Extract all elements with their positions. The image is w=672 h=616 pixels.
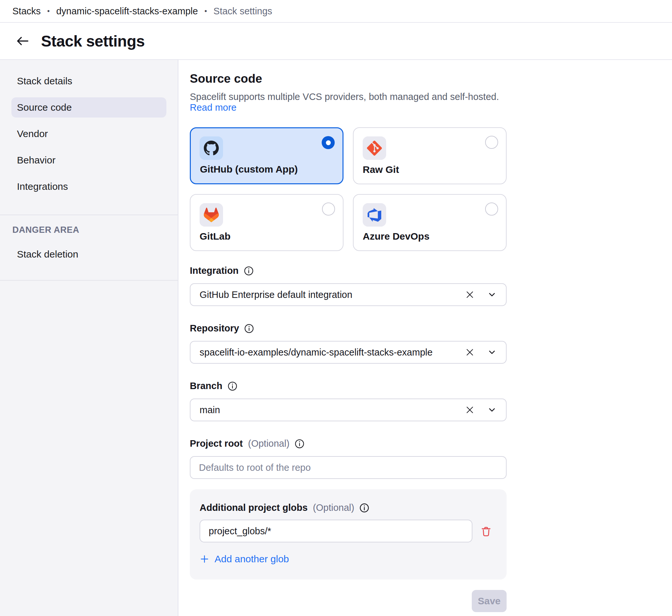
vcs-provider-cards: GitHub (custom App) Raw Git xyxy=(190,127,507,251)
sidebar-item-vendor[interactable]: Vendor xyxy=(0,124,178,144)
section-description: Spacelift supports multiple VCS provider… xyxy=(190,91,507,113)
github-icon-tile xyxy=(200,136,223,160)
project-root-field: Project root (Optional) xyxy=(190,438,507,479)
branch-field: Branch main xyxy=(190,381,507,421)
git-icon xyxy=(367,141,382,156)
integration-label: Integration xyxy=(190,265,239,276)
integration-select[interactable]: GitHub Enterprise default integration xyxy=(190,283,507,306)
clear-icon[interactable] xyxy=(465,347,475,357)
git-icon-tile xyxy=(363,136,386,160)
glob-input[interactable] xyxy=(200,520,472,542)
back-arrow-icon[interactable] xyxy=(15,34,30,49)
save-button[interactable]: Save xyxy=(472,590,507,612)
stack-settings-page: Stacks • dynamic-spacelift-stacks-exampl… xyxy=(0,0,672,616)
sidebar-item-stack-deletion[interactable]: Stack deletion xyxy=(0,244,178,264)
additional-globs-panel: Additional project globs (Optional) Add … xyxy=(190,489,507,580)
settings-sidebar: Stack details Source code Vendor Behavio… xyxy=(0,60,178,616)
sidebar-item-source-code[interactable]: Source code xyxy=(11,97,166,118)
page-header: Stack settings xyxy=(0,23,672,60)
provider-card-label: GitLab xyxy=(200,231,231,242)
sidebar-danger-area: DANGER AREA Stack deletion xyxy=(0,215,178,280)
clear-icon[interactable] xyxy=(465,290,475,300)
main-content: Source code Spacelift supports multiple … xyxy=(178,60,672,616)
repository-value: spacelift-io-examples/dynamic-spacelift-… xyxy=(200,347,465,358)
trash-icon[interactable] xyxy=(480,525,492,537)
glob-entry-row xyxy=(200,520,497,542)
breadcrumb-stacks[interactable]: Stacks xyxy=(12,6,41,17)
sidebar-item-integrations[interactable]: Integrations xyxy=(0,176,178,197)
danger-area-heading: DANGER AREA xyxy=(0,225,178,235)
add-glob-button[interactable]: Add another glob xyxy=(200,553,289,565)
info-icon[interactable] xyxy=(295,439,304,449)
github-radio[interactable] xyxy=(322,136,335,149)
branch-select[interactable]: main xyxy=(190,399,507,421)
page-title: Stack settings xyxy=(41,32,145,50)
add-glob-label: Add another glob xyxy=(215,553,289,565)
repository-field: Repository spacelift-io-examples/dynamic… xyxy=(190,323,507,364)
info-icon[interactable] xyxy=(228,381,237,391)
provider-card-gitlab[interactable]: GitLab xyxy=(190,194,343,251)
repository-select[interactable]: spacelift-io-examples/dynamic-spacelift-… xyxy=(190,341,507,364)
azure-devops-icon xyxy=(368,208,381,222)
optional-label: (Optional) xyxy=(248,438,289,449)
chevron-down-icon[interactable] xyxy=(487,347,497,357)
gitlab-radio[interactable] xyxy=(322,203,335,216)
azure-devops-icon-tile xyxy=(363,203,386,227)
integration-field: Integration GitHub Enterprise default in… xyxy=(190,265,507,306)
azure-devops-radio[interactable] xyxy=(485,203,498,216)
section-heading: Source code xyxy=(190,72,507,86)
plus-icon xyxy=(200,554,209,564)
globs-label: Additional project globs xyxy=(200,502,308,513)
provider-card-label: Azure DevOps xyxy=(363,231,429,242)
read-more-link[interactable]: Read more xyxy=(190,102,236,113)
clear-icon[interactable] xyxy=(465,405,475,415)
repository-label: Repository xyxy=(190,323,239,334)
description-text: Spacelift supports multiple VCS provider… xyxy=(190,91,499,102)
branch-label: Branch xyxy=(190,381,222,391)
provider-card-raw-git[interactable]: Raw Git xyxy=(353,127,507,184)
optional-label: (Optional) xyxy=(313,502,354,513)
breadcrumb-separator: • xyxy=(204,7,207,15)
sidebar-footer xyxy=(0,280,178,616)
gitlab-icon-tile xyxy=(200,203,223,227)
gitlab-icon xyxy=(204,207,219,222)
info-icon[interactable] xyxy=(359,503,369,513)
chevron-down-icon[interactable] xyxy=(487,290,497,300)
info-icon[interactable] xyxy=(244,266,254,276)
github-icon xyxy=(204,141,219,156)
project-root-label: Project root xyxy=(190,438,243,449)
provider-card-github[interactable]: GitHub (custom App) xyxy=(190,127,343,184)
breadcrumb-current: Stack settings xyxy=(214,6,273,17)
breadcrumb-stack-name[interactable]: dynamic-spacelift-stacks-example xyxy=(56,6,198,17)
provider-card-label: GitHub (custom App) xyxy=(200,164,298,175)
sidebar-nav-group: Stack details Source code Vendor Behavio… xyxy=(0,60,178,215)
chevron-down-icon[interactable] xyxy=(487,405,497,415)
integration-value: GitHub Enterprise default integration xyxy=(200,289,465,300)
branch-value: main xyxy=(200,405,465,415)
project-root-input[interactable] xyxy=(190,456,507,479)
provider-card-azure-devops[interactable]: Azure DevOps xyxy=(353,194,507,251)
sidebar-item-behavior[interactable]: Behavior xyxy=(0,150,178,170)
provider-card-label: Raw Git xyxy=(363,164,399,175)
breadcrumb: Stacks • dynamic-spacelift-stacks-exampl… xyxy=(0,0,672,23)
sidebar-item-stack-details[interactable]: Stack details xyxy=(0,71,178,91)
breadcrumb-separator: • xyxy=(47,7,50,15)
raw-git-radio[interactable] xyxy=(485,136,498,149)
info-icon[interactable] xyxy=(244,324,254,333)
